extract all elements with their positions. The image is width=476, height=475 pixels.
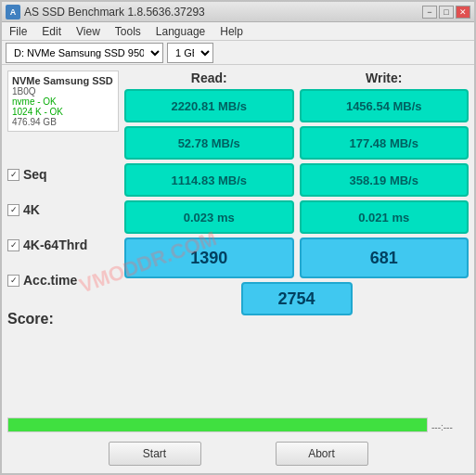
4k64-label: 4K-64Thrd [23,238,87,252]
4k64-write-cell: 358.19 MB/s [300,163,470,197]
acc-read-cell: 0.023 ms [124,200,294,234]
score-data-row: 1390 681 [124,238,469,278]
4k-read-cell: 52.78 MB/s [124,126,294,160]
seq-read-cell: 2220.81 MB/s [124,89,294,122]
write-header: Write: [300,71,470,85]
acc-label: Acc.time [23,273,77,288]
4k-checkbox[interactable]: ✓ [7,204,19,216]
menu-tools[interactable]: Tools [111,23,145,40]
score-write-cell: 681 [300,238,470,278]
title-buttons: − □ ✕ [422,6,470,19]
right-panel: Read: Write: 2220.81 MB/s 1456.54 MB/s 5… [124,71,469,408]
acc-checkbox[interactable]: ✓ [7,275,19,287]
title-bar-left: A AS SSD Benchmark 1.8.5636.37293 [6,5,205,19]
acc-data-row: 0.023 ms 0.021 ms [124,200,469,234]
4k-label: 4K [23,202,40,217]
close-button[interactable]: ✕ [456,6,470,19]
toolbar: D: NVMe Samsung SSD 950 1 GB [2,41,474,65]
read-header: Read: [124,71,294,85]
buttons-row: Start Abort [7,442,469,466]
headers-row: Read: Write: [124,71,469,85]
drive-id: 1B0Q [12,86,114,96]
data-rows: 2220.81 MB/s 1456.54 MB/s 52.78 MB/s 177… [124,89,469,234]
acc-label-row: ✓ Acc.time [7,263,119,297]
score-section: 1390 681 2754 [124,238,469,319]
progress-row: ---:--- [7,417,469,436]
title-bar: A AS SSD Benchmark 1.8.5636.37293 − □ ✕ [2,2,474,22]
left-panel: NVMe Samsung SSD 1B0Q nvme - OK 1024 K -… [7,71,119,408]
menu-view[interactable]: View [72,23,104,40]
4k64-data-row: 1114.83 MB/s 358.19 MB/s [124,163,469,197]
4k64-label-row: ✓ 4K-64Thrd [7,228,119,262]
app-icon: A [6,5,20,19]
main-window: A AS SSD Benchmark 1.8.5636.37293 − □ ✕ … [0,0,476,475]
seq-label-row: ✓ Seq [7,158,119,191]
seq-data-row: 2220.81 MB/s 1456.54 MB/s [124,89,469,122]
acc-write-cell: 0.021 ms [300,200,470,234]
maximize-button[interactable]: □ [439,6,454,19]
drive-name: NVMe Samsung SSD [12,75,114,86]
bottom-area: ---:--- Start Abort [2,414,474,473]
4k-data-row: 52.78 MB/s 177.48 MB/s [124,126,469,160]
minimize-button[interactable]: − [422,6,437,19]
speed-text: ---:--- [431,422,469,432]
drive-info: NVMe Samsung SSD 1B0Q nvme - OK 1024 K -… [7,71,119,132]
score-label-row: Score: [7,299,119,340]
menu-language[interactable]: Language [152,23,209,40]
drive-size: 476.94 GB [12,117,114,127]
menu-edit[interactable]: Edit [38,23,65,40]
4k-label-row: ✓ 4K [7,193,119,226]
main-content: NVMe Samsung SSD 1B0Q nvme - OK 1024 K -… [2,65,474,414]
cache-status: 1024 K - OK [12,107,114,117]
seq-write-cell: 1456.54 MB/s [300,89,470,122]
size-select[interactable]: 1 GB [167,43,213,63]
menu-file[interactable]: File [6,23,31,40]
score-total-cell: 2754 [241,282,353,315]
bench-label-rows: ✓ Seq ✓ 4K ✓ 4K-64Thrd ✓ Acc.time [7,158,119,340]
score-total-row: 2754 [124,282,469,315]
4k64-read-cell: 1114.83 MB/s [124,163,294,197]
main-wrapper: VMODDR.COM NVMe Samsung SSD 1B0Q nvme - … [2,65,474,473]
drive-select[interactable]: D: NVMe Samsung SSD 950 [6,43,163,63]
nvme-status: nvme - OK [12,96,114,107]
progress-bar-fill [8,418,427,431]
4k64-checkbox[interactable]: ✓ [7,239,19,251]
score-label: Score: [7,311,54,327]
score-read-cell: 1390 [124,238,294,278]
window-title: AS SSD Benchmark 1.8.5636.37293 [24,6,205,19]
menu-bar: File Edit View Tools Language Help [2,22,474,41]
seq-label: Seq [23,167,47,182]
progress-bar-container [7,417,428,432]
abort-button[interactable]: Abort [276,442,368,466]
4k-write-cell: 177.48 MB/s [300,126,470,160]
seq-checkbox[interactable]: ✓ [7,169,19,181]
menu-help[interactable]: Help [216,23,247,40]
start-button[interactable]: Start [109,442,201,466]
